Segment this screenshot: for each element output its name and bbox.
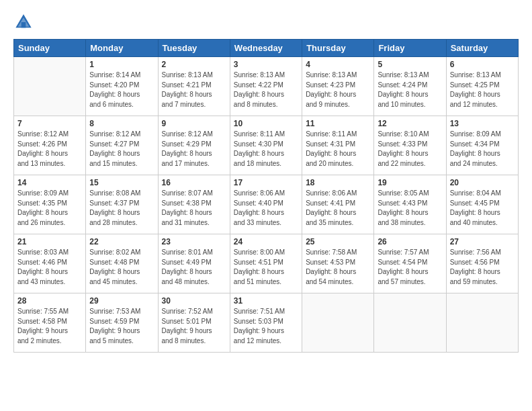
calendar-cell: 3Sunrise: 8:13 AM Sunset: 4:22 PM Daylig…: [230, 57, 302, 116]
cell-day-number: 28: [17, 296, 82, 306]
cell-info: Sunrise: 8:10 AM Sunset: 4:33 PM Dayligh…: [378, 130, 442, 169]
weekday-header-tuesday: Tuesday: [158, 40, 230, 57]
calendar-cell: 17Sunrise: 8:06 AM Sunset: 4:40 PM Dayli…: [230, 175, 302, 234]
calendar-cell: 4Sunrise: 8:13 AM Sunset: 4:23 PM Daylig…: [302, 57, 374, 116]
logo-icon: [13, 12, 34, 32]
cell-day-number: 11: [306, 119, 370, 128]
cell-day-number: 7: [17, 119, 82, 128]
calendar-cell: 11Sunrise: 8:11 AM Sunset: 4:31 PM Dayli…: [302, 116, 374, 175]
cell-day-number: 4: [306, 60, 370, 69]
cell-info: Sunrise: 8:09 AM Sunset: 4:35 PM Dayligh…: [17, 189, 82, 228]
cell-day-number: 15: [89, 178, 154, 187]
calendar-cell: [302, 293, 374, 353]
cell-day-number: 25: [306, 237, 370, 246]
svg-rect-2: [21, 22, 26, 28]
calendar-cell: 9Sunrise: 8:12 AM Sunset: 4:29 PM Daylig…: [158, 116, 230, 175]
cell-info: Sunrise: 7:57 AM Sunset: 4:54 PM Dayligh…: [378, 248, 442, 287]
logo: [13, 12, 36, 32]
cell-day-number: 17: [234, 178, 298, 187]
cell-day-number: 13: [450, 119, 515, 128]
weekday-header-thursday: Thursday: [302, 40, 374, 57]
page: SundayMondayTuesdayWednesdayThursdayFrid…: [0, 0, 532, 411]
cell-day-number: 24: [234, 237, 298, 246]
calendar-cell: 1Sunrise: 8:14 AM Sunset: 4:20 PM Daylig…: [86, 57, 158, 116]
cell-info: Sunrise: 7:51 AM Sunset: 5:03 PM Dayligh…: [234, 307, 298, 346]
cell-day-number: 23: [162, 237, 226, 246]
cell-day-number: 5: [378, 60, 442, 69]
cell-info: Sunrise: 7:58 AM Sunset: 4:53 PM Dayligh…: [306, 248, 370, 287]
weekday-header-row: SundayMondayTuesdayWednesdayThursdayFrid…: [14, 40, 519, 57]
calendar-cell: 31Sunrise: 7:51 AM Sunset: 5:03 PM Dayli…: [230, 293, 302, 353]
cell-info: Sunrise: 8:05 AM Sunset: 4:43 PM Dayligh…: [378, 189, 442, 228]
week-row-2: 7Sunrise: 8:12 AM Sunset: 4:26 PM Daylig…: [14, 116, 519, 175]
cell-day-number: 12: [378, 119, 442, 128]
cell-day-number: 8: [89, 119, 154, 128]
cell-info: Sunrise: 7:55 AM Sunset: 4:58 PM Dayligh…: [17, 307, 82, 346]
calendar-cell: 25Sunrise: 7:58 AM Sunset: 4:53 PM Dayli…: [302, 234, 374, 293]
calendar-cell: 20Sunrise: 8:04 AM Sunset: 4:45 PM Dayli…: [446, 175, 518, 234]
cell-info: Sunrise: 8:09 AM Sunset: 4:34 PM Dayligh…: [450, 130, 515, 169]
cell-day-number: 20: [450, 178, 515, 187]
weekday-header-sunday: Sunday: [14, 40, 86, 57]
calendar-table: SundayMondayTuesdayWednesdayThursdayFrid…: [13, 39, 519, 353]
header: [13, 12, 519, 32]
calendar-cell: 30Sunrise: 7:52 AM Sunset: 5:01 PM Dayli…: [158, 293, 230, 353]
weekday-header-saturday: Saturday: [446, 40, 518, 57]
cell-day-number: 19: [378, 178, 442, 187]
calendar-cell: 21Sunrise: 8:03 AM Sunset: 4:46 PM Dayli…: [14, 234, 86, 293]
cell-info: Sunrise: 8:13 AM Sunset: 4:23 PM Dayligh…: [306, 71, 370, 109]
weekday-header-monday: Monday: [86, 40, 158, 57]
calendar-cell: 23Sunrise: 8:01 AM Sunset: 4:49 PM Dayli…: [158, 234, 230, 293]
cell-info: Sunrise: 8:04 AM Sunset: 4:45 PM Dayligh…: [450, 189, 515, 228]
cell-day-number: 14: [17, 178, 82, 187]
calendar-cell: 16Sunrise: 8:07 AM Sunset: 4:38 PM Dayli…: [158, 175, 230, 234]
cell-info: Sunrise: 8:12 AM Sunset: 4:26 PM Dayligh…: [17, 130, 82, 169]
calendar-cell: 7Sunrise: 8:12 AM Sunset: 4:26 PM Daylig…: [14, 116, 86, 175]
cell-info: Sunrise: 8:14 AM Sunset: 4:20 PM Dayligh…: [89, 71, 154, 109]
cell-day-number: 27: [450, 237, 515, 246]
calendar-cell: 10Sunrise: 8:11 AM Sunset: 4:30 PM Dayli…: [230, 116, 302, 175]
calendar-cell: 15Sunrise: 8:08 AM Sunset: 4:37 PM Dayli…: [86, 175, 158, 234]
cell-day-number: 26: [378, 237, 442, 246]
calendar-cell: 8Sunrise: 8:12 AM Sunset: 4:27 PM Daylig…: [86, 116, 158, 175]
cell-day-number: 6: [450, 60, 515, 69]
calendar-cell: 28Sunrise: 7:55 AM Sunset: 4:58 PM Dayli…: [14, 293, 86, 353]
calendar-cell: 24Sunrise: 8:00 AM Sunset: 4:51 PM Dayli…: [230, 234, 302, 293]
calendar-cell: 14Sunrise: 8:09 AM Sunset: 4:35 PM Dayli…: [14, 175, 86, 234]
cell-info: Sunrise: 7:56 AM Sunset: 4:56 PM Dayligh…: [450, 248, 515, 287]
calendar-cell: [446, 293, 518, 353]
cell-day-number: 16: [162, 178, 226, 187]
calendar-cell: 2Sunrise: 8:13 AM Sunset: 4:21 PM Daylig…: [158, 57, 230, 116]
calendar-cell: 6Sunrise: 8:13 AM Sunset: 4:25 PM Daylig…: [446, 57, 518, 116]
cell-info: Sunrise: 8:06 AM Sunset: 4:41 PM Dayligh…: [306, 189, 370, 228]
calendar-cell: 26Sunrise: 7:57 AM Sunset: 4:54 PM Dayli…: [374, 234, 446, 293]
calendar-cell: 12Sunrise: 8:10 AM Sunset: 4:33 PM Dayli…: [374, 116, 446, 175]
cell-info: Sunrise: 8:13 AM Sunset: 4:25 PM Dayligh…: [450, 71, 515, 109]
week-row-5: 28Sunrise: 7:55 AM Sunset: 4:58 PM Dayli…: [14, 293, 519, 353]
cell-info: Sunrise: 8:13 AM Sunset: 4:21 PM Dayligh…: [162, 71, 226, 109]
cell-day-number: 3: [234, 60, 298, 69]
calendar-cell: 13Sunrise: 8:09 AM Sunset: 4:34 PM Dayli…: [446, 116, 518, 175]
cell-day-number: 10: [234, 119, 298, 128]
week-row-1: 1Sunrise: 8:14 AM Sunset: 4:20 PM Daylig…: [14, 57, 519, 116]
cell-day-number: 2: [162, 60, 226, 69]
week-row-3: 14Sunrise: 8:09 AM Sunset: 4:35 PM Dayli…: [14, 175, 519, 234]
week-row-4: 21Sunrise: 8:03 AM Sunset: 4:46 PM Dayli…: [14, 234, 519, 293]
cell-day-number: 9: [162, 119, 226, 128]
calendar-cell: 5Sunrise: 8:13 AM Sunset: 4:24 PM Daylig…: [374, 57, 446, 116]
calendar-cell: 29Sunrise: 7:53 AM Sunset: 4:59 PM Dayli…: [86, 293, 158, 353]
cell-info: Sunrise: 8:13 AM Sunset: 4:24 PM Dayligh…: [378, 71, 442, 109]
calendar-cell: 18Sunrise: 8:06 AM Sunset: 4:41 PM Dayli…: [302, 175, 374, 234]
cell-info: Sunrise: 8:00 AM Sunset: 4:51 PM Dayligh…: [234, 248, 298, 287]
cell-info: Sunrise: 7:52 AM Sunset: 5:01 PM Dayligh…: [162, 307, 226, 346]
cell-info: Sunrise: 8:11 AM Sunset: 4:31 PM Dayligh…: [306, 130, 370, 169]
calendar-cell: [374, 293, 446, 353]
cell-info: Sunrise: 8:06 AM Sunset: 4:40 PM Dayligh…: [234, 189, 298, 228]
cell-info: Sunrise: 8:12 AM Sunset: 4:27 PM Dayligh…: [89, 130, 154, 169]
cell-info: Sunrise: 7:53 AM Sunset: 4:59 PM Dayligh…: [89, 307, 154, 346]
cell-info: Sunrise: 8:08 AM Sunset: 4:37 PM Dayligh…: [89, 189, 154, 228]
cell-info: Sunrise: 8:07 AM Sunset: 4:38 PM Dayligh…: [162, 189, 226, 228]
calendar-cell: 22Sunrise: 8:02 AM Sunset: 4:48 PM Dayli…: [86, 234, 158, 293]
cell-day-number: 29: [89, 296, 154, 306]
calendar-cell: 19Sunrise: 8:05 AM Sunset: 4:43 PM Dayli…: [374, 175, 446, 234]
